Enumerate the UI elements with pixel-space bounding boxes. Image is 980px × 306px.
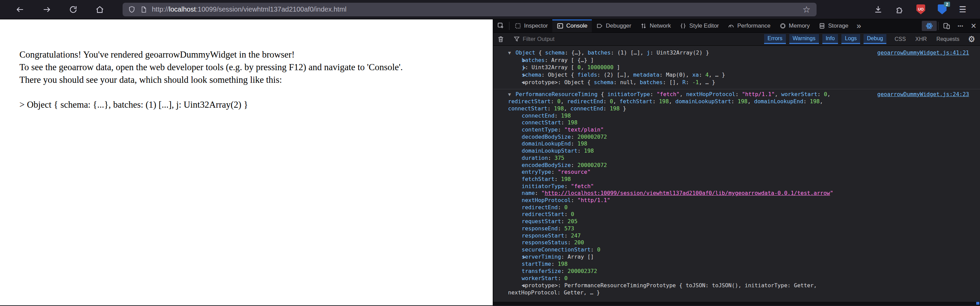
console-property-row[interactable]: ▶j: Uint32Array [ 0, 10000000 ] (508, 64, 855, 72)
home-icon (95, 5, 104, 14)
extensions-button[interactable] (895, 5, 904, 14)
console-property-row[interactable]: ▶<prototype>: Object { schema: null, bat… (508, 79, 855, 86)
filter-funnel-icon (510, 36, 520, 42)
source-location-link[interactable]: geoarrowDummyWidget.js:24:23 (877, 91, 969, 98)
expand-twisty-icon[interactable]: ▶ (515, 72, 522, 79)
filter-css-button[interactable]: CSS (894, 36, 906, 42)
console-log-header[interactable]: ▼Object { schema: {…}, batches: (1) […],… (508, 49, 855, 57)
tab-inspector[interactable]: Inspector (510, 19, 552, 32)
console-property-row: entryType: "resource" (508, 169, 855, 176)
console-property-row: duration: 375 (508, 155, 855, 162)
console-property-row: responseStatus: 200 (508, 239, 855, 246)
puzzle-icon (895, 5, 904, 14)
tab-debugger[interactable]: Debugger (592, 19, 636, 32)
bookmark-star-icon[interactable]: ☆ (800, 4, 813, 15)
expand-twisty-icon[interactable]: ▶ (515, 282, 522, 290)
home-button[interactable] (86, 2, 113, 17)
pick-element-icon (497, 22, 504, 30)
tab-network[interactable]: Network (636, 19, 675, 32)
resource-url-link[interactable]: http://localhost:10099/session/viewhtml1… (544, 190, 830, 196)
tab-storage[interactable]: Storage (814, 19, 853, 32)
toolbar-right-icons: UO 2 ☰ (868, 5, 980, 14)
intro-line-2: To see the geoarrow data, open the web d… (19, 62, 403, 72)
clear-console-button[interactable] (493, 35, 508, 43)
console-property-row[interactable]: ▶batches: Array [ {…} ] (508, 57, 855, 64)
console-property-row: domainLookupEnd: 198 (508, 140, 855, 148)
tab-style-editor[interactable]: Style Editor (675, 19, 723, 32)
console-property-row: requestStart: 205 (508, 218, 855, 225)
atom-icon (925, 22, 933, 30)
divider (509, 22, 509, 30)
console-property-row: responseStart: 247 (508, 233, 855, 239)
page-info-icon[interactable] (140, 5, 147, 14)
browser-toolbar: http://localhost:10099/session/viewhtml1… (0, 0, 980, 19)
console-output: ▼Object { schema: {…}, batches: (1) […],… (493, 46, 980, 301)
extension-devtool-button[interactable] (922, 21, 937, 31)
console-property-row: encodedBodySize: 200002072 (508, 162, 855, 169)
console-property-row: contentType: "text/plain" (508, 126, 855, 134)
scrollbar-corner-accent (976, 302, 979, 304)
expand-twisty-icon[interactable]: ▶ (515, 80, 522, 86)
filter-logs-button[interactable]: Logs (842, 34, 860, 44)
forward-button[interactable] (33, 2, 60, 17)
intro-line-1: Congratulations! You've rendered geoarro… (19, 49, 294, 60)
source-location-link[interactable]: geoarrowDummyWidget.js:41:21 (877, 49, 969, 57)
download-icon (874, 5, 883, 14)
console-property-row[interactable]: ▶schema: Object { fields: (2) […], metad… (508, 72, 855, 79)
console-property-row: domainLookupStart: 198 (508, 148, 855, 155)
tab-memory[interactable]: Memory (775, 19, 814, 32)
responsive-design-button[interactable] (939, 19, 954, 32)
console-property-row: decodedBodySize: 200002072 (508, 134, 855, 141)
tracking-shield-icon[interactable] (128, 5, 135, 14)
expand-twisty-icon[interactable]: ▼ (508, 91, 515, 99)
filter-errors-button[interactable]: Errors (764, 34, 786, 44)
meatball-menu-button[interactable]: ••• (954, 19, 967, 32)
extension-badge: 2 (944, 2, 950, 7)
inspector-icon (514, 22, 521, 29)
expand-twisty-icon[interactable]: ▼ (508, 50, 515, 57)
url-input[interactable]: http://localhost:10099/session/viewhtml1… (152, 5, 800, 13)
console-log-header[interactable]: ▼PerformanceResourceTiming { initiatorTy… (508, 91, 855, 112)
intro-line-3: There you should see your data, which sh… (19, 75, 282, 85)
url-bar[interactable]: http://localhost:10099/session/viewhtml1… (123, 3, 816, 16)
console-log: ▼Object { schema: {…}, batches: (1) […],… (493, 48, 980, 89)
debugger-icon (596, 22, 603, 29)
pick-element-button[interactable] (493, 19, 508, 32)
console-settings-gear-icon[interactable]: ⚙ (968, 34, 975, 44)
filter-info-button[interactable]: Info (822, 34, 838, 44)
console-property-row: nextHopProtocol: "http/1.1" (508, 197, 855, 204)
tab-console[interactable]: Console (552, 19, 592, 32)
console-property-row: secureConnectionStart: 0 (508, 246, 855, 253)
console-property-row[interactable]: ▶<prototype>: PerformanceResourceTimingP… (508, 282, 855, 296)
expand-twisty-icon[interactable]: ▶ (515, 254, 522, 261)
console-property-row: workerStart: 0 (508, 275, 855, 282)
forward-arrow-icon (42, 5, 51, 14)
object-preview-text: > Object { schema: {...}, batches: (1) [… (19, 99, 479, 111)
console-property-row[interactable]: ▶serverTiming: Array [] (508, 253, 855, 261)
password-manager-extension-button[interactable]: 2 (938, 5, 947, 14)
divider (938, 22, 939, 30)
filter-warnings-button[interactable]: Warnings (789, 34, 819, 44)
filter-xhr-button[interactable]: XHR (915, 36, 927, 42)
back-button[interactable] (7, 2, 33, 17)
downloads-button[interactable] (874, 5, 883, 14)
filter-debug-button[interactable]: Debug (864, 34, 886, 44)
reload-button[interactable] (60, 2, 86, 17)
responsive-design-icon (943, 22, 950, 30)
ublock-shield-icon: UO (916, 5, 925, 14)
devtools-panel: Inspector Console Debugger Network Style… (493, 19, 980, 305)
console-bottom-strip (493, 301, 980, 305)
close-devtools-button[interactable]: × (967, 19, 980, 32)
tab-performance[interactable]: Performance (723, 19, 775, 32)
back-arrow-icon (16, 5, 24, 14)
filter-output-input[interactable] (523, 36, 761, 43)
menu-button[interactable]: ☰ (959, 5, 966, 14)
ublock-extension-button[interactable]: UO (916, 5, 925, 14)
tabbar-spacer (865, 19, 921, 32)
expand-twisty-icon[interactable]: ▶ (515, 64, 522, 72)
filter-requests-button[interactable]: Requests (936, 36, 959, 42)
console-property-row: fetchStart: 198 (508, 176, 855, 183)
more-tabs-button[interactable]: » (853, 19, 865, 32)
intro-paragraph: Congratulations! You've rendered geoarro… (19, 48, 479, 86)
expand-twisty-icon[interactable]: ▶ (515, 57, 522, 64)
